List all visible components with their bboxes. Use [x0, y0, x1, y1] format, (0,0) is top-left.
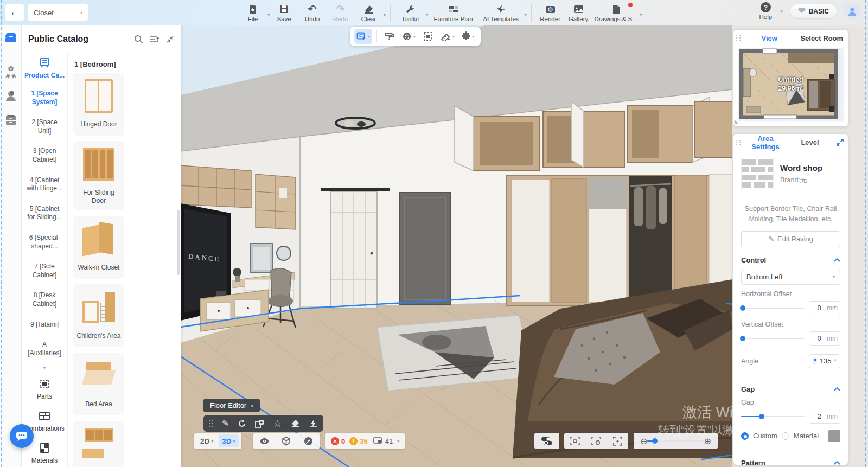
category-auxiliaries[interactable]: A [Auxiliaries] [22, 335, 67, 363]
chat-support-button[interactable] [10, 424, 34, 448]
tool-parts[interactable]: Parts [22, 374, 67, 406]
vertical-offset-input[interactable] [813, 334, 826, 342]
tab-area-settings[interactable]: Area Settings [743, 135, 788, 151]
rail-catalog-button[interactable] [0, 25, 22, 49]
gallery-button[interactable]: Gallery [564, 2, 592, 22]
camera-settings-icon[interactable] [586, 437, 606, 445]
redo-button[interactable]: ↷ Redo [327, 2, 355, 22]
status-indicator-group[interactable]: ✕ 0 ! 35 41 ▾ [326, 433, 405, 449]
horizontal-offset-field[interactable]: mm [809, 301, 840, 315]
product-bed-area[interactable]: Bed Area [73, 353, 124, 415]
collapse-pattern-icon[interactable] [834, 460, 840, 465]
category-side-cabinet[interactable]: 7 [Side Cabinet] [22, 257, 67, 285]
furniture-plan-button[interactable]: Furniture Plan [429, 2, 478, 22]
collapse-gap-icon[interactable] [834, 387, 840, 391]
gap-slider[interactable] [741, 416, 805, 417]
category-open-cabinet[interactable]: 3 [Open Cabinet] [22, 141, 67, 170]
material-swap-tool[interactable]: ▾ [400, 29, 418, 44]
rail-storage-button[interactable] [0, 108, 22, 132]
mode-2d-button[interactable]: 2D▾ [197, 434, 216, 447]
zoom-in-icon[interactable]: ⊕ [704, 436, 711, 446]
plan-badge[interactable]: BASIC [790, 4, 837, 18]
product-for-sliding-door[interactable]: For Sliding Door [73, 141, 124, 210]
floorplan-minimap[interactable]: Untitled 29.96m² [738, 48, 844, 121]
avatar[interactable] [844, 3, 860, 20]
render-button[interactable]: Render [536, 2, 564, 22]
collapse-control-icon[interactable] [834, 258, 840, 262]
draw-pencil-icon[interactable]: ✎ [222, 418, 229, 428]
horizontal-offset-slider[interactable] [741, 308, 805, 309]
drawings-button[interactable]: Drawings & S... [592, 2, 639, 22]
tab-view[interactable]: View [743, 34, 796, 42]
filter-icon[interactable] [150, 35, 159, 43]
category-cabinet-sliding[interactable]: 5 [Cabinet for Sliding... [22, 199, 67, 228]
category-special-shaped[interactable]: 6 [Special-shaped... [22, 228, 67, 257]
vertical-offset-slider[interactable] [741, 338, 805, 339]
zoom-out-icon[interactable]: ⊖ [640, 436, 647, 446]
tab-product-catalog[interactable]: Product Ca... [22, 53, 67, 84]
clear-button[interactable]: Clear [355, 2, 383, 22]
radio-material[interactable] [782, 432, 789, 440]
rug[interactable] [377, 315, 534, 391]
horizontal-offset-input[interactable] [813, 304, 826, 312]
camera-view-crop-icon[interactable] [565, 437, 585, 445]
drag-handle-icon[interactable] [209, 420, 213, 427]
rail-vip-button[interactable]: v [0, 60, 22, 84]
ai-templates-button[interactable]: AI Templates [478, 2, 524, 22]
tab-select-room[interactable]: Select Room [796, 34, 848, 42]
rail-designer-button[interactable] [0, 84, 22, 108]
category-cabinet-hinged[interactable]: 4 [Cabinet with Hinge... [22, 170, 67, 199]
radio-custom[interactable] [741, 432, 749, 440]
drawings-caret-icon[interactable]: ▾ [640, 7, 642, 17]
zoom-slider[interactable] [647, 440, 704, 442]
expand-panel-icon[interactable] [832, 139, 848, 146]
plugin-tool[interactable]: ▾ [459, 29, 476, 44]
panel-drag-handle[interactable] [733, 35, 743, 41]
compass-gauge-icon[interactable] [299, 437, 318, 446]
category-space-unit[interactable]: 2 [Space Unit] [22, 112, 67, 141]
gap-input[interactable] [813, 412, 826, 420]
back-button[interactable]: ← [5, 4, 24, 21]
floor-editor-button[interactable]: Floor Editor › [203, 399, 260, 412]
category-space-system[interactable]: 1 [Space System] [22, 84, 67, 112]
collapse-panel-icon[interactable] [166, 35, 174, 43]
product-television[interactable]: Television [73, 421, 124, 467]
file-button[interactable]: File [239, 2, 267, 22]
product-childrens-area[interactable]: Children's Area [73, 284, 124, 347]
categories-expand-chevron[interactable]: ▾ [22, 363, 67, 374]
product-walk-in-closet[interactable]: Walk-in Closet [73, 216, 124, 279]
gap-color-swatch[interactable] [828, 430, 840, 442]
category-tatami[interactable]: 9 [Tatami] [22, 315, 67, 335]
rotate-icon[interactable] [238, 419, 246, 428]
help-caret-icon[interactable]: ▾ [780, 9, 783, 14]
search-icon[interactable] [134, 35, 143, 44]
angle-field[interactable]: 135 ° [809, 354, 840, 368]
measure-tool[interactable]: ▾ [438, 29, 457, 44]
flatten-icon[interactable] [309, 419, 318, 428]
3d-cube-icon[interactable] [277, 437, 296, 446]
select-panel-tool[interactable]: ▾ [354, 29, 372, 44]
panel-resize-handle[interactable]: ◢ [734, 120, 740, 124]
catalog-scrollbar[interactable] [177, 210, 180, 275]
tab-level[interactable]: Level [788, 138, 832, 146]
gap-field[interactable]: mm [809, 410, 840, 424]
eraser-icon[interactable] [291, 419, 300, 427]
category-desk-cabinet[interactable]: 8 [Desk Cabinet] [22, 285, 67, 314]
vertical-offset-field[interactable]: mm [809, 331, 840, 346]
mode-3d-button[interactable]: 3D▾ [219, 434, 238, 447]
help-button[interactable]: ? Help [759, 2, 772, 20]
project-selector[interactable]: Closet ▾ [28, 4, 88, 21]
favorite-star-icon[interactable]: ☆ [273, 418, 282, 430]
add-region-icon[interactable] [255, 419, 264, 428]
marquee-select-tool[interactable] [420, 29, 436, 44]
visibility-eye-icon[interactable] [254, 438, 274, 445]
panel-drag-handle[interactable] [733, 140, 743, 145]
save-button[interactable]: Save [270, 2, 298, 22]
paint-roller-tool[interactable] [381, 29, 398, 44]
roam-toggle-button[interactable] [534, 433, 559, 449]
scene-3d[interactable]: DANCE [181, 25, 732, 467]
clear-caret-icon[interactable]: ▾ [384, 7, 386, 17]
angle-dial[interactable] [813, 357, 817, 365]
anchor-select[interactable]: Bottom Left ▾ [741, 270, 840, 285]
material-thumbnail[interactable] [741, 158, 774, 190]
